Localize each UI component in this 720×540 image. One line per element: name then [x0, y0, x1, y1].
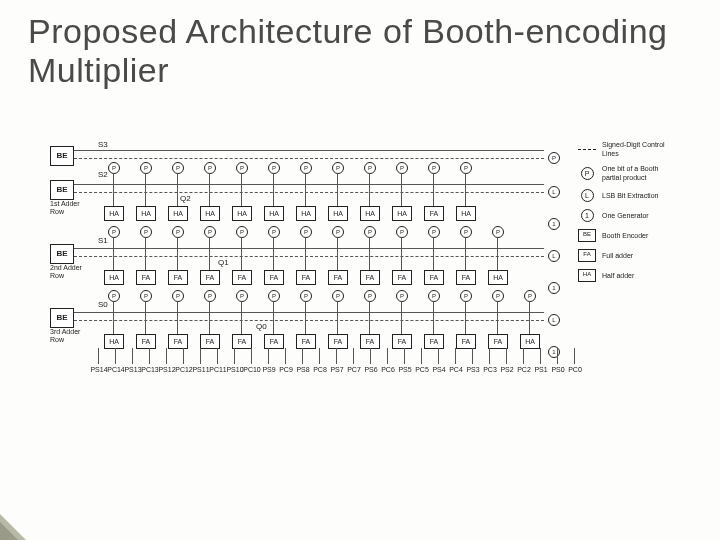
wire: [234, 348, 235, 364]
marker-p: P: [364, 290, 376, 302]
wire: [370, 348, 371, 364]
marker-1: 1: [548, 282, 560, 294]
slide-title: Proposed Architecture of Booth-encoding …: [28, 12, 680, 90]
wire: [177, 301, 178, 334]
wire: [574, 348, 575, 364]
wire: [557, 348, 558, 364]
marker-p: P: [172, 226, 184, 238]
legend-row: BE Booth Encoder: [578, 228, 670, 242]
signal-label: S0: [98, 300, 108, 309]
corner-decoration-icon: [0, 522, 18, 540]
wire: [217, 348, 218, 364]
full-adder-cell: FA: [232, 334, 252, 349]
signal-label: Q1: [218, 258, 229, 267]
booth-encoder-block: BE: [50, 180, 74, 200]
circle-l-icon: L: [578, 188, 596, 202]
wire: [337, 173, 338, 206]
marker-p: P: [460, 226, 472, 238]
marker-p: P: [428, 162, 440, 174]
marker-1: 1: [548, 346, 560, 358]
marker-p: P: [300, 162, 312, 174]
booth-encoder-block: BE: [50, 244, 74, 264]
legend-text: Full adder: [602, 251, 670, 260]
wire: [433, 173, 434, 206]
full-adder-cell: FA: [136, 334, 156, 349]
full-adder-cell: FA: [296, 270, 316, 285]
wire: [353, 348, 354, 364]
legend-text: One bit of a Booth partial product: [602, 164, 670, 182]
full-adder-cell: FA: [424, 270, 444, 285]
row-label: 2nd Adder Row: [50, 264, 94, 279]
output-label: PC0: [562, 366, 588, 373]
wire: [273, 173, 274, 206]
wire: [465, 301, 466, 334]
marker-p: P: [172, 162, 184, 174]
fa-box-icon: FA: [578, 248, 596, 262]
wire: [369, 237, 370, 270]
wire: [506, 348, 507, 364]
wire: [149, 348, 150, 364]
marker-p: P: [236, 226, 248, 238]
signal-label: S1: [98, 236, 108, 245]
marker-p: P: [396, 290, 408, 302]
full-adder-cell: FA: [360, 270, 380, 285]
legend-row: P One bit of a Booth partial product: [578, 164, 670, 182]
legend-row: FA Full adder: [578, 248, 670, 262]
wire: [183, 348, 184, 364]
wire: [369, 301, 370, 334]
full-adder-cell: FA: [456, 270, 476, 285]
half-adder-cell: HA: [168, 206, 188, 221]
wire: [336, 348, 337, 364]
wire: [523, 348, 524, 364]
wire: [241, 173, 242, 206]
signal-label: Q2: [180, 194, 191, 203]
marker-p: P: [492, 290, 504, 302]
full-adder-cell: FA: [168, 334, 188, 349]
half-adder-cell: HA: [456, 206, 476, 221]
wire: [369, 173, 370, 206]
marker-p: P: [300, 290, 312, 302]
row-label: 3rd Adder Row: [50, 328, 94, 343]
marker-p: P: [428, 226, 440, 238]
marker-p: P: [236, 290, 248, 302]
half-adder-cell: HA: [488, 270, 508, 285]
full-adder-cell: FA: [200, 334, 220, 349]
wire: [497, 301, 498, 334]
booth-encoder-block: BE: [50, 308, 74, 328]
marker-p: P: [268, 162, 280, 174]
marker-p: P: [108, 290, 120, 302]
full-adder-cell: FA: [328, 270, 348, 285]
legend-row: Signed-Digit Control Lines: [578, 140, 670, 158]
marker-p: P: [460, 290, 472, 302]
marker-p: P: [492, 226, 504, 238]
marker-p: P: [204, 290, 216, 302]
half-adder-cell: HA: [104, 334, 124, 349]
half-adder-cell: HA: [328, 206, 348, 221]
marker-p: P: [396, 226, 408, 238]
full-adder-cell: FA: [392, 334, 412, 349]
marker-p: P: [524, 290, 536, 302]
marker-p: P: [204, 162, 216, 174]
legend-text: Half adder: [602, 271, 670, 280]
wire: [209, 173, 210, 206]
wire: [497, 237, 498, 270]
marker-p: P: [332, 226, 344, 238]
wire: [251, 348, 252, 364]
marker-p: P: [332, 162, 344, 174]
wire: [166, 348, 167, 364]
marker-p: P: [300, 226, 312, 238]
dashed-line-icon: [578, 142, 596, 156]
wire: [74, 150, 544, 151]
wire: [305, 173, 306, 206]
half-adder-cell: HA: [296, 206, 316, 221]
wire: [529, 301, 530, 334]
full-adder-cell: FA: [424, 334, 444, 349]
wire: [433, 237, 434, 270]
marker-p: P: [236, 162, 248, 174]
full-adder-cell: FA: [360, 334, 380, 349]
wire: [145, 301, 146, 334]
full-adder-cell: FA: [328, 334, 348, 349]
wire: [115, 348, 116, 364]
wire: [132, 348, 133, 364]
half-adder-cell: HA: [200, 206, 220, 221]
